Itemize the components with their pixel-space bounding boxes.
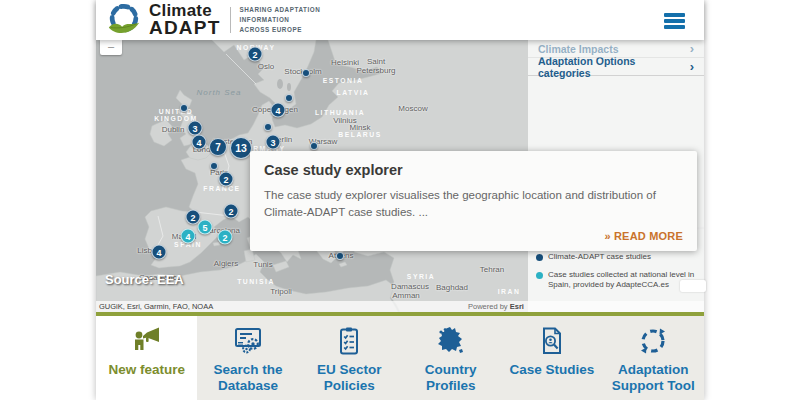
cycle-arrows-icon bbox=[636, 325, 670, 357]
chevron-right-icon: › bbox=[690, 59, 694, 74]
map-marker-cluster[interactable] bbox=[310, 142, 318, 150]
case-study-explorer-popup: Case study explorer The case study explo… bbox=[250, 151, 697, 251]
climate-adapt-logo[interactable]: Climate ADAPT SHARING ADAPTATION INFORMA… bbox=[105, 2, 320, 38]
logo-divider bbox=[230, 7, 231, 33]
map-marker-cluster[interactable]: 2 bbox=[248, 47, 263, 62]
hamburger-menu-icon[interactable] bbox=[664, 13, 685, 32]
popup-body: The case study explorer visualises the g… bbox=[264, 187, 688, 222]
map-marker-cluster[interactable] bbox=[302, 69, 310, 77]
map-marker-cluster[interactable]: 3 bbox=[266, 135, 281, 150]
navy-dot-icon bbox=[536, 254, 543, 261]
logo-wordmark: Climate ADAPT bbox=[149, 3, 220, 36]
europe-map-icon bbox=[434, 325, 468, 357]
logo-tagline: SHARING ADAPTATION INFORMATION ACROSS EU… bbox=[239, 5, 320, 34]
map-marker-cluster[interactable] bbox=[264, 123, 272, 131]
legend-widget-button[interactable] bbox=[680, 280, 706, 292]
megaphone-person-icon bbox=[130, 325, 164, 357]
filter-adaptation-options[interactable]: Adaptation Options categories › bbox=[528, 58, 704, 76]
tab-case-studies[interactable]: Case Studies bbox=[501, 316, 602, 400]
map-source-label: Source: EEA bbox=[105, 272, 184, 287]
database-search-icon bbox=[231, 325, 265, 357]
map-marker-cluster[interactable]: 4 bbox=[181, 229, 196, 244]
map-marker-cluster[interactable] bbox=[180, 104, 188, 112]
map-zoom-out-button[interactable]: – bbox=[100, 40, 122, 55]
attribution-text: GUGiK, Esri, Garmin, FAO, NOAA bbox=[99, 302, 213, 311]
bottom-navigation: New feature bbox=[96, 316, 704, 400]
tab-eu-sector-policies[interactable]: EU Sector Policies bbox=[299, 316, 400, 400]
map-marker-cluster[interactable]: 4 bbox=[192, 135, 207, 150]
map-marker-cluster[interactable] bbox=[285, 94, 293, 102]
map-marker-cluster[interactable]: 4 bbox=[152, 245, 167, 260]
filter-climate-impacts[interactable]: Climate Impacts › bbox=[528, 40, 704, 58]
legend-item: Climate-ADAPT case studies bbox=[536, 252, 696, 263]
clipboard-checklist-icon bbox=[332, 325, 366, 357]
teal-dot-icon bbox=[536, 272, 543, 279]
tab-search-database[interactable]: Search the Database bbox=[197, 316, 298, 400]
map-marker-cluster[interactable]: 13 bbox=[230, 137, 252, 159]
site-container: Climate ADAPT SHARING ADAPTATION INFORMA… bbox=[96, 0, 704, 400]
map-marker-cluster[interactable] bbox=[336, 252, 344, 260]
map-marker-cluster[interactable]: 4 bbox=[271, 103, 286, 118]
map-marker-cluster[interactable]: 2 bbox=[224, 204, 239, 219]
map-marker-cluster[interactable] bbox=[210, 162, 218, 170]
powered-by-esri: Powered by Esri bbox=[468, 301, 524, 312]
legend-item: Case studies collected at national level… bbox=[536, 270, 696, 291]
site-header: Climate ADAPT SHARING ADAPTATION INFORMA… bbox=[96, 0, 704, 40]
tab-adaptation-support-tool[interactable]: Adaptation Support Tool bbox=[603, 316, 704, 400]
document-search-icon bbox=[535, 325, 569, 357]
chevron-right-icon: › bbox=[690, 41, 694, 56]
tab-new-feature[interactable]: New feature bbox=[96, 316, 197, 400]
map-marker-cluster[interactable]: 5 bbox=[198, 220, 213, 235]
map-marker-cluster[interactable]: 2 bbox=[219, 172, 234, 187]
map-legend: Climate-ADAPT case studies Case studies … bbox=[536, 252, 696, 298]
tab-country-profiles[interactable]: Country Profiles bbox=[400, 316, 501, 400]
map-marker-cluster[interactable]: 2 bbox=[218, 230, 233, 245]
read-more-link[interactable]: » READ MORE bbox=[604, 230, 683, 242]
map-marker-cluster[interactable]: 7 bbox=[209, 138, 227, 156]
popup-title: Case study explorer bbox=[264, 162, 683, 178]
map-marker-cluster[interactable]: 3 bbox=[188, 121, 203, 136]
logo-leaf-icon bbox=[105, 2, 143, 38]
